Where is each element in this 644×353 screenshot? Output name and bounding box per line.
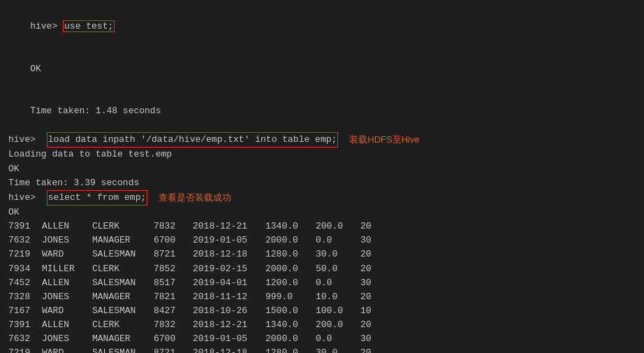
line-6: OK (8, 162, 636, 176)
data-row-7: 7167WARDSALESMAN84272018-10-261500.0100.… (8, 304, 636, 318)
line-8: hive> select * from emp;查看是否装载成功 (8, 190, 636, 206)
data-row-10: 7219WARDSALESMAN87212018-12-181280.030.0… (8, 346, 636, 353)
line-1: hive> use test; (8, 6, 636, 48)
ok-1: OK (30, 64, 41, 74)
cmd-2: load data inpath '/data/hive/emp.txt' in… (47, 132, 338, 147)
line-5: Loading data to table test.emp (8, 147, 636, 161)
line-2: OK (8, 48, 636, 89)
prompt-2: hive> (8, 133, 41, 147)
terminal-window: hive> use test; OK Time taken: 1.48 seco… (8, 6, 636, 353)
time-1: Time taken: 1.48 seconds (30, 106, 161, 116)
data-row-6: 7328JONESMANAGER78212018-11-12999.010.02… (8, 290, 636, 304)
line-4: hive> load data inpath '/data/hive/emp.t… (8, 132, 636, 147)
data-row-1: 7391ALLENCLERK78322018-12-211340.0200.02… (8, 219, 636, 233)
cmd-3: select * from emp; (47, 190, 147, 206)
data-row-3: 7219WARDSALESMAN87212018-12-181280.030.0… (8, 247, 636, 261)
annotation-1: 装载HDFS至Hive (349, 133, 419, 147)
data-row-5: 7452ALLENSALESMAN85172019-04-011200.00.0… (8, 276, 636, 290)
annotation-2: 查看是否装载成功 (159, 191, 231, 205)
line-9: OK (8, 206, 636, 219)
prompt-3: hive> (8, 191, 41, 205)
data-row-8: 7391ALLENCLERK78322018-12-211340.0200.02… (8, 318, 636, 332)
data-row-9: 7632JONESMANAGER67002019-01-052000.00.03… (8, 332, 636, 346)
data-row-4: 7934MILLERCLERK78522019-02-152000.050.02… (8, 262, 636, 276)
data-row-2: 7632JONESMANAGER67002019-01-052000.00.03… (8, 233, 636, 247)
cmd-1: use test; (63, 20, 115, 32)
line-7: Time taken: 3.39 seconds (8, 176, 636, 190)
line-3: Time taken: 1.48 seconds (8, 90, 636, 132)
prompt-1: hive> (30, 21, 63, 31)
